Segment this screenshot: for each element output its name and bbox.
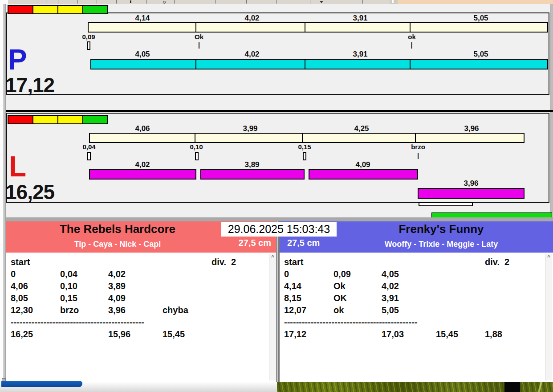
p-split-value: 4,14	[116, 14, 169, 23]
traffic-light-red	[8, 5, 33, 14]
l-run-bar-4	[418, 188, 525, 199]
l-run-value: 3,89	[225, 160, 279, 169]
p-mark-tick	[199, 42, 199, 49]
traffic-light-red	[8, 115, 33, 124]
table-cell: 4,06	[11, 281, 28, 291]
panel-divider	[276, 221, 280, 384]
bar-segment	[196, 23, 305, 32]
separator-row: ----------------------------------------…	[11, 317, 144, 327]
p-mark-tick	[411, 42, 412, 49]
left-jump-height: 27,5 cm	[175, 238, 271, 248]
bar-segment	[196, 60, 305, 69]
l-mark-tick	[87, 152, 91, 160]
lane-l-total: 16,25	[5, 182, 54, 202]
l-run-value: 4,09	[336, 160, 390, 169]
l-split-bar	[89, 133, 525, 143]
l-mark-label: 0,04	[71, 143, 107, 151]
col-header-start: start	[11, 257, 30, 267]
l-run-bar-3	[309, 169, 418, 180]
lane-p-total: 17,12	[5, 75, 54, 95]
l-run-bar-1	[89, 169, 196, 180]
table-cell: 12,30	[11, 305, 33, 315]
scroll-up-icon[interactable]: ^	[269, 254, 276, 260]
p-run-value: 4,02	[225, 50, 279, 59]
right-team-name: Frenky's Funny	[329, 222, 553, 236]
table-cell: brzo	[60, 305, 79, 315]
l-mark-tick	[418, 153, 419, 159]
lane-l-traffic-lights	[8, 115, 108, 124]
left-panel-scrollbar[interactable]: ^	[269, 254, 276, 380]
table-cell: 8,05	[11, 293, 28, 303]
toolbar-mark-icon	[130, 0, 131, 3]
table-cell: 4,02	[108, 269, 126, 279]
total-time: 16,25	[11, 329, 33, 339]
table-cell: 8,15	[284, 293, 301, 303]
total-best: 15,45	[436, 329, 458, 339]
timestamp: 29.06.2025 15:03:43	[221, 222, 337, 237]
bar-segment	[411, 23, 547, 32]
table-cell: 3,89	[108, 281, 126, 291]
p-run-bar	[90, 59, 548, 69]
table-cell: 3,96	[108, 305, 126, 315]
col-header-div: div. 2	[485, 257, 509, 267]
right-panel-scrollbar[interactable]: ^	[545, 254, 552, 380]
table-cell: 0,10	[60, 281, 77, 291]
table-cell: 0,04	[60, 269, 77, 279]
col-header-start: start	[284, 257, 303, 267]
p-run-value: 5,05	[454, 50, 508, 59]
traffic-light-yellow-1	[33, 115, 58, 124]
p-split-value: 4,02	[225, 14, 279, 23]
background-titlebar-fragment	[1, 381, 82, 387]
scroll-up-icon[interactable]: ^	[545, 254, 552, 260]
right-result-panel: start div. 2 0 0,09 4,05 4,14 Ok 4,02 8,…	[280, 253, 553, 382]
lane-p-letter: P	[8, 45, 27, 74]
table-cell: 4,14	[284, 281, 301, 291]
bar-segment	[416, 134, 524, 142]
bar-segment	[90, 134, 195, 142]
left-team-name: The Rebels Hardcore	[6, 222, 229, 236]
score-window-top-border	[6, 217, 553, 221]
table-cell: 4,02	[382, 281, 399, 291]
l-run-bar-2	[200, 169, 305, 180]
l-split-value: 3,99	[224, 124, 277, 133]
l-split-value: 4,25	[335, 124, 388, 133]
bar-segment	[89, 23, 196, 32]
l-extra-run-value: 3,96	[444, 179, 498, 188]
traffic-light-yellow-1	[33, 5, 58, 14]
pending-split-bar	[419, 202, 473, 206]
table-cell: 12,07	[284, 305, 306, 315]
separator-row: ----------------------------------------…	[284, 317, 418, 327]
bar-segment	[303, 134, 416, 142]
traffic-light-yellow-2	[57, 5, 83, 14]
table-cell: 0	[284, 269, 289, 279]
l-run-value: 4,02	[116, 160, 169, 169]
bar-segment	[411, 60, 547, 69]
bar-segment	[195, 134, 303, 142]
p-mark-label: 0,09	[71, 33, 106, 41]
col-header-div: div. 2	[211, 257, 236, 267]
table-cell: 5,05	[382, 305, 399, 315]
p-split-value: 5,05	[454, 14, 508, 23]
total-best: 15,45	[163, 329, 185, 339]
traffic-light-green	[82, 115, 108, 124]
p-run-value: 4,05	[116, 50, 169, 59]
total-time: 17,12	[284, 329, 306, 339]
l-mark-tick	[195, 152, 199, 160]
table-cell: 4,09	[108, 293, 126, 303]
l-mark-label: 0,10	[179, 143, 214, 151]
l-split-value: 4,06	[116, 124, 169, 133]
p-split-bar	[88, 22, 548, 33]
lane-p-traffic-lights	[8, 5, 108, 14]
p-split-value: 3,91	[333, 14, 387, 23]
left-result-panel: start div. 2 0 0,04 4,02 4,06 0,10 3,89 …	[6, 253, 276, 382]
traffic-light-yellow-2	[57, 115, 83, 124]
l-mark-label: brzo	[400, 143, 436, 151]
toolbar-dropdown-icon	[320, 1, 323, 3]
table-cell: 0,15	[60, 293, 77, 303]
p-mark-label: ok	[394, 33, 430, 41]
table-cell: OK	[333, 293, 347, 303]
total-clean: 17,03	[382, 329, 404, 339]
video-feed-strip	[277, 382, 553, 392]
right-jump-height: 27,5 cm	[287, 238, 345, 248]
table-cell: 0	[11, 269, 16, 279]
